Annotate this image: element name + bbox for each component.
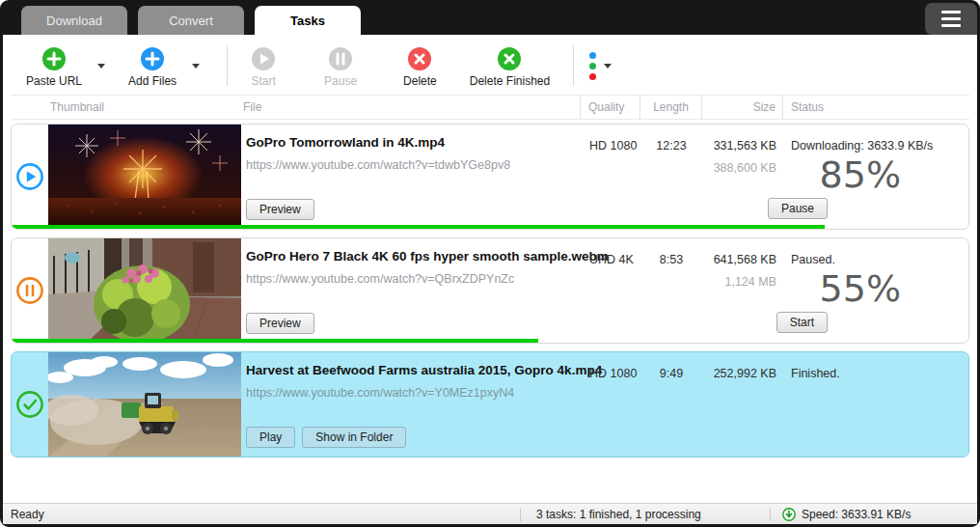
progress-bar xyxy=(12,339,538,343)
size-total: 388,600 KB xyxy=(702,161,776,175)
statusbar-separator xyxy=(520,508,521,521)
table-header: Thumbnail File Quality Length Size Statu… xyxy=(11,95,969,120)
length-cell: 9:49 xyxy=(640,352,702,457)
file-url: https://www.youtube.com/watch?v=QBrxZDPY… xyxy=(246,272,575,286)
status-text: Paused. xyxy=(791,253,968,266)
row-state-cell xyxy=(12,125,48,229)
plus-circle-blue-icon xyxy=(140,46,165,71)
quality-cell: UHD 4K xyxy=(581,238,640,343)
statusbar-speed: Speed: 3633.91 KB/s xyxy=(778,508,969,521)
delete-button[interactable]: Delete xyxy=(394,42,447,90)
toolbar-separator xyxy=(227,45,228,86)
tab-download-label: Download xyxy=(46,14,102,28)
size-cell: 252,992 KB xyxy=(702,352,783,457)
statusbar-ready: Ready xyxy=(11,508,512,521)
status-text: Finished. xyxy=(791,367,968,380)
toolbar-separator xyxy=(573,45,574,86)
start-label: Start xyxy=(251,74,275,88)
header-file[interactable]: File xyxy=(240,96,580,119)
delete-finished-label: Delete Finished xyxy=(470,74,550,88)
header-thumbnail[interactable]: Thumbnail xyxy=(47,96,240,119)
main-panel: Paste URL Add Files Start Pause Delete xyxy=(3,35,977,503)
row-start-button[interactable]: Start xyxy=(776,312,828,333)
start-button[interactable]: Start xyxy=(241,42,286,90)
plus-circle-green-icon xyxy=(41,46,67,71)
color-dots-menu-button[interactable] xyxy=(587,52,598,80)
thumbnail-street-flowers[interactable] xyxy=(48,238,241,343)
paste-url-button[interactable]: Paste URL xyxy=(16,42,92,90)
delete-label: Delete xyxy=(403,74,437,88)
header-status[interactable]: Status xyxy=(782,96,969,119)
pause-state-icon xyxy=(15,276,44,305)
add-files-dropdown-caret-icon[interactable] xyxy=(192,64,200,69)
dots-menu-dropdown-caret-icon[interactable] xyxy=(604,64,612,69)
task-row-downloading[interactable]: GoPro Tomorrowland in 4K.mp4 https://www… xyxy=(11,124,969,230)
progress-percent: 55% xyxy=(820,267,901,310)
paste-url-dropdown-caret-icon[interactable] xyxy=(97,64,105,69)
file-url: https://www.youtube.com/watch?v=tdwbYGe8… xyxy=(246,158,575,172)
statusbar: Ready 3 tasks: 1 finished, 1 processing … xyxy=(3,503,977,524)
quality-cell: HD 1080 xyxy=(581,125,640,229)
file-cell: GoPro Tomorrowland in 4K.mp4 https://www… xyxy=(241,125,581,229)
length-cell: 8:53 xyxy=(640,238,702,343)
download-speed-icon xyxy=(782,508,796,521)
statusbar-task-summary: 3 tasks: 1 finished, 1 processing xyxy=(529,508,762,521)
pause-button[interactable]: Pause xyxy=(314,42,367,90)
preview-button[interactable]: Preview xyxy=(246,313,314,334)
play-circle-icon xyxy=(251,46,276,71)
size-cell: 641,568 KB 1,124 MB xyxy=(702,238,783,343)
file-title: GoPro Tomorrowland in 4K.mp4 xyxy=(246,135,575,150)
file-cell: Harvest at Beefwood Farms australia 2015… xyxy=(241,352,581,457)
row-pause-button[interactable]: Pause xyxy=(768,198,828,219)
status-cell: Finished. xyxy=(783,352,968,457)
quality-cell: HD 1080 xyxy=(581,352,640,457)
file-url: https://www.youtube.com/watch?v=Y0MEz1px… xyxy=(246,386,575,400)
x-circle-green-icon xyxy=(497,46,522,71)
app-window: Download Convert Tasks Paste URL Add Fil… xyxy=(0,0,980,527)
play-state-icon xyxy=(15,162,44,191)
thumbnail-tractor[interactable] xyxy=(48,352,241,457)
tab-convert-label: Convert xyxy=(169,14,213,28)
x-circle-red-icon xyxy=(407,46,432,71)
file-cell: GoPro Hero 7 Black 4K 60 fps hyper smoot… xyxy=(241,238,581,343)
paste-url-label: Paste URL xyxy=(26,74,82,88)
toolbar: Paste URL Add Files Start Pause Delete xyxy=(3,35,977,95)
file-title: Harvest at Beefwood Farms australia 2015… xyxy=(246,363,575,377)
hamburger-icon xyxy=(941,11,961,14)
tab-tasks-label: Tasks xyxy=(290,14,325,28)
tab-download[interactable]: Download xyxy=(21,6,127,35)
green-dot-icon xyxy=(589,63,596,69)
pause-label: Pause xyxy=(324,74,357,88)
check-state-icon xyxy=(15,390,44,419)
status-text: Downloading: 3633.9 KB/s xyxy=(791,139,968,153)
tab-convert[interactable]: Convert xyxy=(138,6,244,35)
delete-finished-button[interactable]: Delete Finished xyxy=(460,42,559,90)
progress-bar xyxy=(12,225,825,229)
size-downloaded: 331,563 KB xyxy=(702,139,776,153)
thumbnail-fireworks[interactable] xyxy=(48,125,241,229)
progress-percent: 85% xyxy=(820,153,901,196)
show-in-folder-button[interactable]: Show in Folder xyxy=(302,427,406,448)
add-files-label: Add Files xyxy=(128,74,177,88)
task-row-finished[interactable]: Harvest at Beefwood Farms australia 2015… xyxy=(11,351,969,458)
titlebar: Download Convert Tasks xyxy=(0,0,980,35)
preview-button[interactable]: Preview xyxy=(246,199,314,220)
size-total: 1,124 MB xyxy=(702,275,776,289)
header-size[interactable]: Size xyxy=(701,96,782,119)
hamburger-menu-button[interactable] xyxy=(925,3,977,35)
row-state-cell xyxy=(12,352,48,457)
size-downloaded: 641,568 KB xyxy=(702,253,776,266)
header-length[interactable]: Length xyxy=(640,96,701,119)
task-row-paused[interactable]: GoPro Hero 7 Black 4K 60 fps hyper smoot… xyxy=(11,237,969,344)
header-quality[interactable]: Quality xyxy=(580,96,640,119)
add-files-button[interactable]: Add Files xyxy=(119,42,186,90)
tab-tasks[interactable]: Tasks xyxy=(255,6,361,35)
blue-dot-icon xyxy=(589,52,596,59)
red-dot-icon xyxy=(589,73,596,80)
statusbar-separator xyxy=(770,508,771,521)
statusbar-speed-text: Speed: 3633.91 KB/s xyxy=(802,508,911,521)
size-downloaded: 252,992 KB xyxy=(702,367,776,380)
file-title: GoPro Hero 7 Black 4K 60 fps hyper smoot… xyxy=(246,249,575,264)
play-button[interactable]: Play xyxy=(246,427,295,448)
pause-circle-icon xyxy=(328,46,353,71)
